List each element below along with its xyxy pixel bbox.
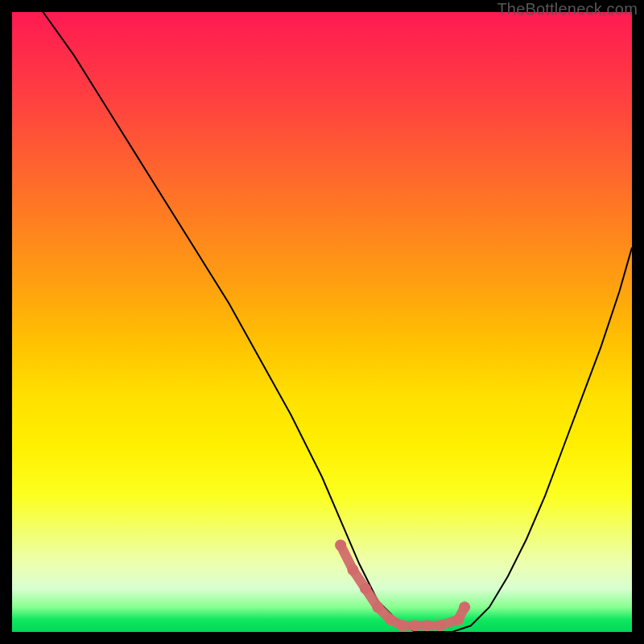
optimal-range-dot [385,614,396,625]
optimal-range-dot [452,614,464,625]
optimal-range-dot [459,601,470,613]
optimal-range-dot [360,583,371,594]
chart-plot-area [12,12,632,632]
curve-path [12,12,632,632]
optimal-range-dot [434,620,445,631]
optimal-range-dot [410,620,421,631]
optimal-range-dot [335,539,346,551]
watermark-text: TheBottleneck.com [497,0,638,19]
optimal-range-dot [372,601,383,613]
optimal-range-dot [348,564,359,576]
optimal-range-dot [397,620,408,631]
optimal-range-underlay [341,545,464,625]
bottleneck-curve-svg [12,12,632,632]
chart-frame: TheBottleneck.com [0,0,644,644]
optimal-range-dot [422,620,433,631]
